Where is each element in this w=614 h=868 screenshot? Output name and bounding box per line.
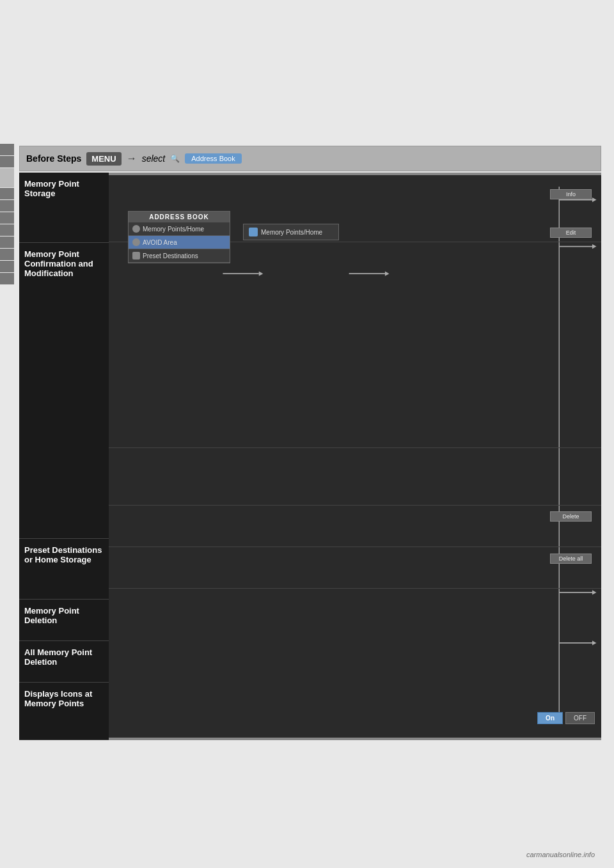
tab-seg-10 [0,273,14,284]
sub-popup-memory-home: Memory Points/Home [243,224,339,240]
svg-marker-9 [592,198,597,202]
svg-marker-11 [592,590,597,594]
address-book-label: Address Book [191,155,235,162]
sub-popup-text: Memory Points/Home [261,229,322,236]
section-div-3 [109,505,601,506]
tab-seg-8 [0,249,14,260]
tab-seg-9 [0,261,14,272]
popup-item-memory-home[interactable]: Memory Points/Home [129,222,230,236]
arrow-icon: → [127,153,137,164]
svg-marker-4 [259,271,264,275]
section-div-2 [109,447,601,448]
tab-seg-2 [0,156,14,167]
svg-marker-6 [385,271,390,275]
menu-button-label: MENU [86,152,121,166]
footer-area [0,743,614,868]
section-labels-column: Memory Point Storage Memory Point Confir… [19,173,109,740]
before-steps-label: Before Steps [26,153,81,164]
section-memory-point-deletion: Memory Point Deletion [19,600,109,641]
tab-seg-active [0,168,14,187]
before-steps-bar: Before Steps MENU → select 🔍 Address Boo… [19,146,601,171]
main-area: Memory Point Storage Memory Point Confir… [19,173,601,740]
on-button[interactable]: On [537,712,563,724]
tab-seg-7 [0,236,14,248]
content-area: ADDRESS BOOK Memory Points/Home AVOID Ar… [109,173,601,740]
on-off-buttons: On OFF [537,712,595,724]
tab-seg-5 [0,212,14,224]
right-label-edit: Edit [550,228,592,238]
popup-item-avoid-area[interactable]: AVOID Area [129,236,230,249]
page-background: Before Steps MENU → select 🔍 Address Boo… [0,0,614,868]
watermark: carmanualsonline.info [526,851,595,858]
search-icon: 🔍 [170,154,180,163]
section-preset-destinations: Preset Destinations or Home Storage [19,539,109,600]
section-all-memory-deletion: All Memory Point Deletion [19,641,109,683]
tab-seg-3 [0,188,14,199]
address-book-pill: Address Book [185,153,241,164]
tab-seg-6 [0,224,14,236]
tab-seg-4 [0,200,14,212]
off-button[interactable]: OFF [565,712,595,724]
address-book-popup: ADDRESS BOOK Memory Points/Home AVOID Ar… [128,211,230,263]
preset-dest-icon [132,252,140,260]
popup-item-preset-dest[interactable]: Preset Destinations [129,249,230,263]
sub-popup-icon [249,228,258,236]
section-div-5 [109,588,601,589]
memory-home-icon [132,225,140,233]
bottom-line [109,738,601,740]
chapter-tabs [0,144,18,285]
header-area [0,0,614,144]
svg-marker-12 [592,640,597,645]
select-label: select [142,153,166,164]
avoid-area-icon [132,238,140,246]
right-label-delete-all: Delete all [550,554,592,564]
tab-seg-1 [0,144,14,155]
right-label-delete: Delete [550,511,592,522]
section-div-4 [109,546,601,547]
right-label-info: Info [550,189,592,199]
top-line [109,173,601,175]
section-memory-point-confirmation: Memory Point Confirmation and Modificati… [19,243,109,539]
section-displays-icons: Displays Icons at Memory Points [19,683,109,740]
section-memory-point-storage: Memory Point Storage [19,173,109,243]
svg-marker-10 [592,244,597,249]
popup-header: ADDRESS BOOK [129,212,230,222]
